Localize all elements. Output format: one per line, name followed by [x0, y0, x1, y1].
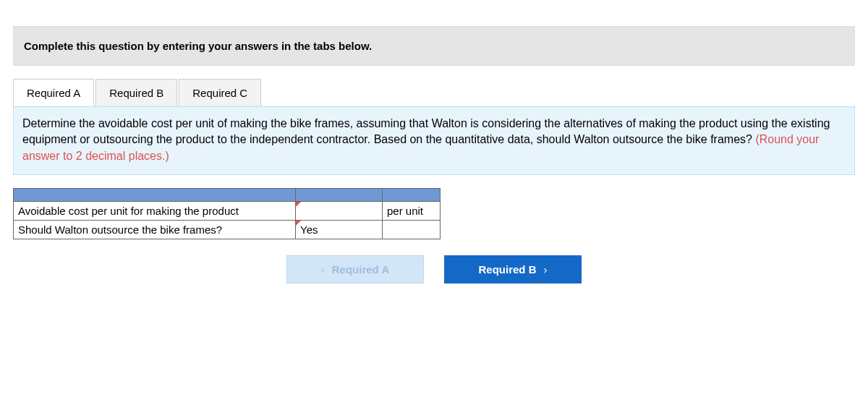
prev-button[interactable]: ‹ Required A — [286, 255, 424, 284]
row-outsource-decision: Should Walton outsource the bike frames?… — [14, 221, 441, 239]
tab-required-c[interactable]: Required C — [179, 79, 261, 106]
row2-unit — [383, 221, 441, 239]
row2-value: Yes — [300, 223, 318, 236]
row2-input[interactable]: Yes — [296, 221, 383, 239]
chevron-right-icon: › — [544, 263, 548, 276]
row1-unit: per unit — [383, 202, 441, 221]
required-marker-icon — [296, 202, 301, 207]
prev-label: Required A — [332, 263, 389, 276]
tab-strip: Required A Required B Required C — [13, 79, 855, 106]
instruction-bar: Complete this question by entering your … — [13, 26, 855, 66]
answer-table: Avoidable cost per unit for making the p… — [13, 188, 441, 239]
next-label: Required B — [478, 263, 536, 276]
table-header-row — [14, 189, 441, 202]
row2-label: Should Walton outsource the bike frames? — [14, 221, 296, 239]
question-text: Determine the avoidable cost per unit of… — [22, 117, 830, 145]
next-button[interactable]: Required B › — [444, 255, 582, 284]
row1-label: Avoidable cost per unit for making the p… — [14, 202, 296, 221]
row1-input[interactable] — [296, 202, 383, 221]
tab-required-b[interactable]: Required B — [95, 79, 177, 106]
row-avoidable-cost: Avoidable cost per unit for making the p… — [14, 202, 441, 221]
chevron-left-icon: ‹ — [321, 263, 325, 276]
required-marker-icon — [296, 221, 301, 226]
question-box: Determine the avoidable cost per unit of… — [13, 106, 855, 175]
tab-required-a[interactable]: Required A — [13, 79, 94, 106]
nav-buttons: ‹ Required A Required B › — [13, 255, 855, 284]
